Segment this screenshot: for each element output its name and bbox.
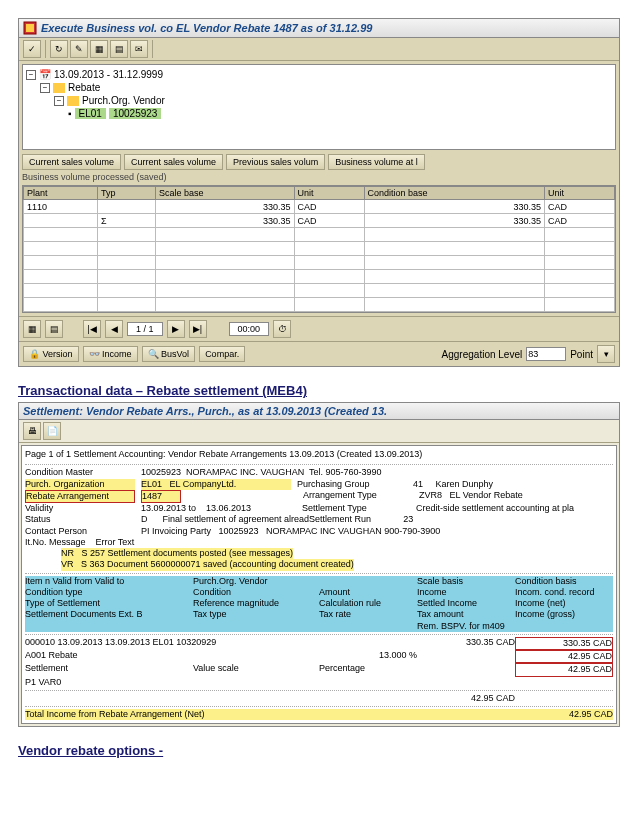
lbl-arr-type: Arrangement Type xyxy=(303,490,413,503)
timer: 00:00 xyxy=(229,322,270,336)
tree-purchorg: Purch.Org. Vendor xyxy=(82,95,165,106)
aggregation-input[interactable] xyxy=(526,347,566,361)
version-button[interactable]: 🔒 Version xyxy=(23,346,79,362)
report-toolbar: 🖶 📄 xyxy=(19,420,619,443)
tab-previous-sales[interactable]: Previous sales volum xyxy=(226,154,325,170)
total-row: Total Income from Rebate Arrangement (Ne… xyxy=(25,709,613,720)
report-title: Settlement: Vendor Rebate Arrs., Purch.,… xyxy=(23,405,387,417)
volume-grid[interactable]: Plant Typ Scale base Unit Condition base… xyxy=(22,185,616,313)
tree-root: 13.09.2013 - 31.12.9999 xyxy=(54,69,163,80)
tree-selected-code[interactable]: EL01 xyxy=(75,108,106,119)
main-toolbar: ✓ ↻ ✎ ▦ ▤ ✉ xyxy=(19,38,619,61)
cell-sum-icon[interactable]: Σ xyxy=(98,214,156,228)
first-page-icon[interactable]: |◀ xyxy=(83,320,101,338)
cell[interactable]: CAD xyxy=(294,200,364,214)
prev-page-icon[interactable]: ◀ xyxy=(105,320,123,338)
print-icon[interactable]: 🖶 xyxy=(23,422,41,440)
val-cond-master: 10025923 NORAMPAC INC. VAUGHAN Tel. 905-… xyxy=(141,467,382,478)
cell[interactable] xyxy=(98,200,156,214)
cell[interactable]: 330.35 xyxy=(155,214,294,228)
lbl-rebate-arr: Rebate Arrangement xyxy=(25,490,135,503)
cell[interactable]: CAD xyxy=(544,214,614,228)
tab-current-sales-2[interactable]: Current sales volume xyxy=(124,154,223,170)
val-purch-grp: 41 Karen Dunphy xyxy=(413,479,493,490)
refresh-icon[interactable]: ↻ xyxy=(50,40,68,58)
tab-current-sales-1[interactable]: Current sales volume xyxy=(22,154,121,170)
last-page-icon[interactable]: ▶| xyxy=(189,320,207,338)
cell[interactable]: 330.35 xyxy=(155,200,294,214)
calendar-icon: 📅 xyxy=(39,69,51,80)
clock-icon[interactable]: ⏱ xyxy=(273,320,291,338)
busvol-button[interactable]: 🔍 BusVol xyxy=(142,346,196,362)
window-title: Execute Business vol. co EL Vendor Rebat… xyxy=(41,22,372,34)
doc-icon[interactable]: ▦ xyxy=(90,40,108,58)
note-icon[interactable]: ✎ xyxy=(70,40,88,58)
report-body: Page 1 of 1 Settlement Accounting: Vendo… xyxy=(21,445,617,724)
report-page-header: Page 1 of 1 Settlement Accounting: Vendo… xyxy=(25,449,613,460)
cell[interactable]: CAD xyxy=(544,200,614,214)
aggregation-unit: Point xyxy=(570,349,593,360)
lbl-status: Status xyxy=(25,514,135,525)
check-icon[interactable]: ✓ xyxy=(23,40,41,58)
dropdown-icon[interactable]: ▾ xyxy=(597,345,615,363)
list-icon[interactable]: ▤ xyxy=(110,40,128,58)
leaf-icon: ▪ xyxy=(68,108,72,119)
lbl-stl-type: Settlement Type xyxy=(302,503,410,514)
col-scale: Scale base xyxy=(155,187,294,200)
lbl-cond-master: Condition Master xyxy=(25,467,135,478)
tree-rebate: Rebate xyxy=(68,82,100,93)
msg-2: VR S 363 Document 5600000071 saved (acco… xyxy=(61,559,354,570)
grid-icon[interactable]: ▤ xyxy=(45,320,63,338)
section-heading-2: Vendor rebate options - xyxy=(18,743,620,758)
compar-button[interactable]: Compar. xyxy=(199,346,245,362)
folder-icon xyxy=(53,83,65,93)
collapse-icon[interactable]: − xyxy=(26,70,36,80)
tab-business-volume[interactable]: Business volume at l xyxy=(328,154,425,170)
col-typ: Typ xyxy=(98,187,156,200)
copy-icon[interactable]: 📄 xyxy=(43,422,61,440)
page-indicator: 1 / 1 xyxy=(127,322,163,336)
new-icon[interactable]: ▦ xyxy=(23,320,41,338)
val-rebate-arr: 1487 xyxy=(141,490,181,503)
hierarchy-tree[interactable]: −📅13.09.2013 - 31.12.9999 −Rebate −Purch… xyxy=(22,64,616,150)
lbl-purch-org: Purch. Organization xyxy=(25,479,135,490)
val-arr-type: ZVR8 EL Vendor Rebate xyxy=(419,490,523,503)
collapse-icon[interactable]: − xyxy=(40,83,50,93)
aggregation-label: Aggregation Level xyxy=(442,349,523,360)
grid-caption: Business volume processed (saved) xyxy=(22,172,616,182)
window-icon xyxy=(23,21,37,35)
col-unit2: Unit xyxy=(544,187,614,200)
collapse-icon[interactable]: − xyxy=(54,96,64,106)
cell[interactable]: CAD xyxy=(294,214,364,228)
val-status: D Final settlement of agreement alreadSe… xyxy=(141,514,371,525)
cell[interactable]: 330.35 xyxy=(364,214,544,228)
col-cond: Condition base xyxy=(364,187,544,200)
cell[interactable]: 330.35 xyxy=(364,200,544,214)
tree-selected-num[interactable]: 10025923 xyxy=(109,108,162,119)
folder-icon xyxy=(67,96,79,106)
next-page-icon[interactable]: ▶ xyxy=(167,320,185,338)
val-stl-type: Credit-side settlement accounting at pla xyxy=(416,503,574,514)
val-purch-org: EL01 EL CompanyLtd. xyxy=(141,479,291,490)
lbl-itno: It.No. Message Error Text xyxy=(25,537,134,548)
col-unit1: Unit xyxy=(294,187,364,200)
msg-icon[interactable]: ✉ xyxy=(130,40,148,58)
col-plant: Plant xyxy=(24,187,98,200)
msg-1: NR S 257 Settlement documents posted (se… xyxy=(61,548,293,559)
lbl-purch-grp: Purchasing Group xyxy=(297,479,407,490)
lbl-validity: Validity xyxy=(25,503,135,514)
income-button[interactable]: 👓 Income xyxy=(83,346,138,362)
data-row-1: 000010 13.09.2013 13.09.2013 EL01 103209… xyxy=(25,637,613,650)
val-contact: PI Invoicing Party 10025923 NORAMPAC INC… xyxy=(141,526,440,537)
cell[interactable]: 1110 xyxy=(24,200,98,214)
val-run: 23 xyxy=(403,514,413,525)
svg-rect-1 xyxy=(26,24,34,32)
section-heading-1: Transactional data – Rebate settlement (… xyxy=(18,383,620,398)
column-headers: Item n Valid from Valid toPurch.Org. Ven… xyxy=(25,576,613,587)
val-validity: 13.09.2013 to 13.06.2013 xyxy=(141,503,296,514)
lbl-contact: Contact Person xyxy=(25,526,135,537)
cell[interactable] xyxy=(24,214,98,228)
